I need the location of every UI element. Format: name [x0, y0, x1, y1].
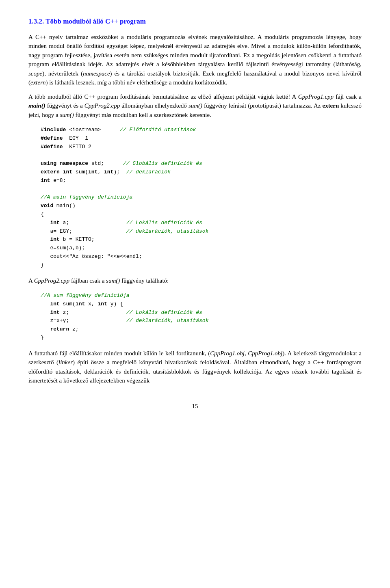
section-title: 1.3.2. Több modulból álló C++ program	[28, 16, 362, 27]
page-number: 15	[28, 402, 362, 411]
code-block-1: #include <iostream> // Előfordító utasít…	[41, 126, 362, 270]
paragraph-4: A futtatható fájl előállításakor minden …	[28, 349, 362, 385]
paragraph-2: A több modulból álló C++ program fordítá…	[28, 92, 362, 120]
code-block-2: //A sum függvény definíciója int sum(int…	[41, 292, 362, 342]
paragraph-1: A C++ nyelv tartalmaz eszközöket a modul…	[28, 32, 362, 87]
paragraph-3: A CppProg2.cpp fájlban csak a sum() függ…	[28, 276, 362, 285]
